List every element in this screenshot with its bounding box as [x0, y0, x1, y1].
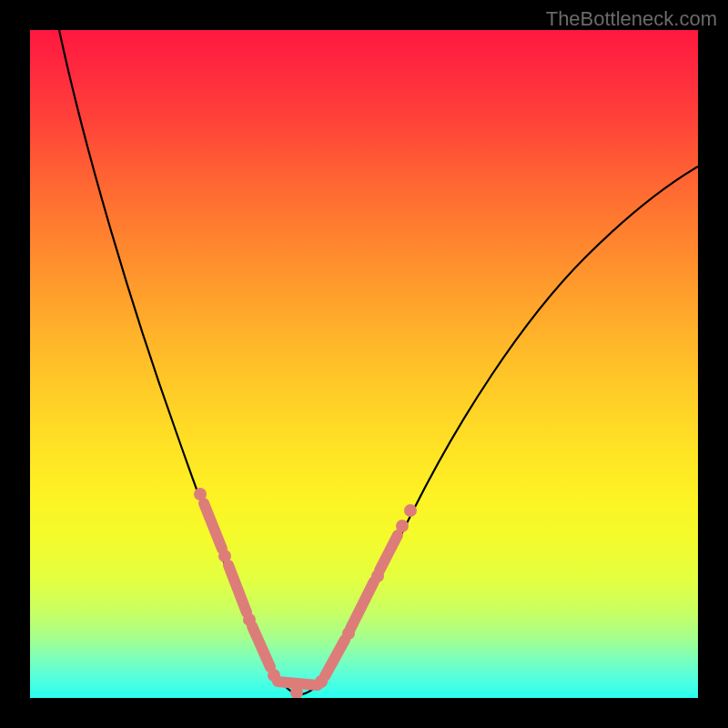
marker-dot	[396, 520, 409, 532]
marker-dot	[404, 504, 417, 517]
watermark-text: TheBottleneck.com	[546, 7, 717, 31]
marker-dot	[342, 627, 355, 640]
highlight-segment-valley	[278, 682, 318, 685]
marker-dot	[194, 488, 207, 500]
highlight-segment-left-2	[228, 565, 247, 612]
highlight-segment-right-2	[350, 581, 374, 629]
marker-dot	[243, 613, 256, 626]
main-curve-path	[59, 30, 698, 694]
chart-container: TheBottleneck.com	[0, 0, 728, 728]
highlight-segment-left-1	[204, 503, 222, 549]
marker-dot	[268, 669, 280, 682]
highlight-segment-right-3	[379, 535, 398, 571]
highlight-segment-right-1	[325, 640, 345, 676]
marker-dot	[218, 550, 231, 562]
marker-dot	[371, 570, 384, 582]
bottleneck-curve	[30, 30, 698, 698]
highlight-segment-left-3	[252, 626, 270, 667]
marker-dot	[315, 675, 328, 688]
